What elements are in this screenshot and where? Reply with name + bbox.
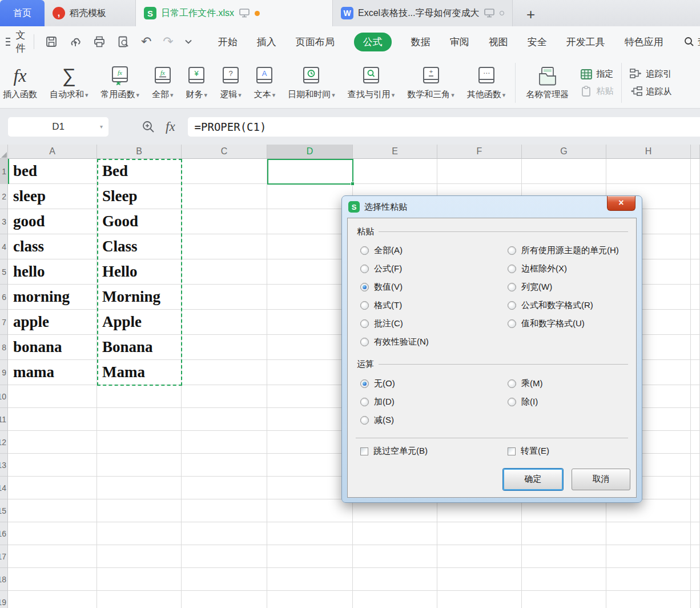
tab-workbook[interactable]: S 日常工作文件.xlsx [136, 0, 333, 26]
tab-home[interactable]: 首页 [0, 0, 45, 26]
ribbon-all-functions[interactable]: fx 全部▾ [146, 65, 180, 100]
cell[interactable] [691, 184, 700, 209]
row-header[interactable]: 10 [0, 385, 8, 408]
cell[interactable] [691, 209, 700, 234]
cell[interactable] [267, 259, 353, 285]
cell[interactable] [353, 568, 437, 591]
chevron-down-icon[interactable] [185, 39, 192, 44]
cell[interactable] [267, 477, 353, 499]
cell[interactable]: Morning [97, 285, 182, 310]
radio-paste-comments[interactable]: 批注(C) [360, 318, 403, 329]
cell[interactable] [267, 408, 353, 431]
ribbon-math-trig[interactable]: + 数学和三角▾ [401, 65, 461, 100]
cell[interactable] [606, 591, 691, 608]
dialog-title-bar[interactable]: S 选择性粘贴 [342, 196, 642, 218]
ribbon-trace-precedents[interactable]: 追踪引 [630, 69, 688, 79]
tab-docer-templates[interactable]: , 稻壳模板 [45, 0, 136, 26]
cell[interactable]: class [8, 234, 97, 259]
new-tab-button[interactable]: + [526, 7, 535, 22]
cell[interactable] [267, 499, 353, 522]
radio-paste-column-widths[interactable]: 列宽(W) [508, 282, 552, 293]
row-header[interactable]: 14 [0, 477, 8, 499]
cell[interactable]: apple [8, 310, 97, 335]
cell[interactable] [267, 234, 353, 259]
row-header[interactable]: 7 [0, 310, 8, 335]
column-header-e[interactable]: E [353, 145, 437, 159]
radio-op-none[interactable]: 无(O) [360, 378, 395, 389]
radio-paste-formulas[interactable]: 公式(F) [360, 263, 402, 274]
cell[interactable] [97, 591, 182, 608]
cell[interactable] [691, 591, 700, 608]
cell[interactable] [353, 159, 437, 184]
redo-icon[interactable]: ↷ [163, 35, 173, 48]
cell[interactable] [437, 522, 522, 545]
menu-data[interactable]: 数据 [411, 35, 431, 49]
cell[interactable]: Hello [97, 259, 182, 285]
radio-paste-formulas-number-formats[interactable]: 公式和数字格式(R) [508, 300, 593, 311]
column-header-c[interactable]: C [182, 145, 267, 159]
cell[interactable]: mama [8, 360, 97, 385]
menu-start[interactable]: 开始 [218, 35, 238, 49]
cell[interactable] [691, 568, 700, 591]
cell[interactable] [522, 522, 606, 545]
cell[interactable] [267, 159, 353, 184]
cell[interactable] [437, 545, 522, 568]
ribbon-autosum[interactable]: ∑ 自动求和▾ [43, 65, 95, 100]
cell[interactable] [691, 477, 700, 499]
checkbox-skip-blanks[interactable]: 跳过空单元(B) [360, 446, 428, 457]
cell[interactable] [606, 159, 691, 184]
radio-op-subtract[interactable]: 减(S) [360, 415, 394, 426]
cell[interactable] [522, 591, 606, 608]
ok-button[interactable]: 确定 [503, 469, 563, 490]
row-header[interactable]: 8 [0, 335, 8, 360]
cell[interactable]: Sleep [97, 184, 182, 209]
column-header-a[interactable]: A [8, 145, 97, 159]
cell[interactable] [522, 545, 606, 568]
cell[interactable] [522, 568, 606, 591]
search-command[interactable]: 查找命 [684, 35, 700, 49]
cell[interactable] [8, 385, 97, 408]
cell[interactable] [182, 209, 267, 234]
cell[interactable] [267, 285, 353, 310]
cell[interactable] [182, 335, 267, 360]
radio-paste-source-theme[interactable]: 所有使用源主题的单元(H) [508, 245, 619, 256]
fx-icon[interactable]: fx [166, 119, 175, 134]
cell[interactable] [267, 591, 353, 608]
cell[interactable]: Bed [97, 159, 182, 184]
cell[interactable]: sleep [8, 184, 97, 209]
cell[interactable] [267, 385, 353, 408]
cell[interactable] [8, 477, 97, 499]
cell[interactable] [691, 159, 700, 184]
cell[interactable]: Bonana [97, 335, 182, 360]
dialog-close-button[interactable]: × [607, 196, 635, 211]
cell[interactable] [522, 159, 606, 184]
cell[interactable] [691, 499, 700, 522]
cell[interactable] [182, 259, 267, 285]
cell[interactable] [8, 499, 97, 522]
menu-review[interactable]: 审阅 [450, 35, 469, 49]
cell[interactable] [182, 385, 267, 408]
cell[interactable] [267, 310, 353, 335]
row-header[interactable]: 17 [0, 545, 8, 568]
column-header-b[interactable]: B [97, 145, 182, 159]
menu-page-layout[interactable]: 页面布局 [296, 35, 335, 49]
print-icon[interactable] [93, 35, 106, 48]
menu-insert[interactable]: 插入 [257, 35, 276, 49]
ribbon-other-functions[interactable]: ⋯ 其他函数▾ [461, 65, 512, 100]
cell[interactable] [606, 499, 691, 522]
cell[interactable] [437, 591, 522, 608]
row-header[interactable]: 6 [0, 285, 8, 310]
cancel-button[interactable]: 取消 [572, 469, 630, 490]
cell[interactable] [522, 499, 606, 522]
export-icon[interactable] [69, 35, 82, 48]
ribbon-assign[interactable]: 指定 [580, 69, 613, 80]
cell[interactable] [437, 499, 522, 522]
cell[interactable] [606, 545, 691, 568]
radio-paste-validation[interactable]: 有效性验证(N) [360, 337, 429, 347]
menu-formulas-active[interactable]: 公式 [354, 33, 392, 51]
menu-view[interactable]: 视图 [489, 35, 508, 49]
cell[interactable] [182, 234, 267, 259]
radio-op-divide[interactable]: 除(I) [508, 397, 538, 407]
menu-file[interactable]: 文件 [16, 29, 26, 55]
cell[interactable]: Apple [97, 310, 182, 335]
